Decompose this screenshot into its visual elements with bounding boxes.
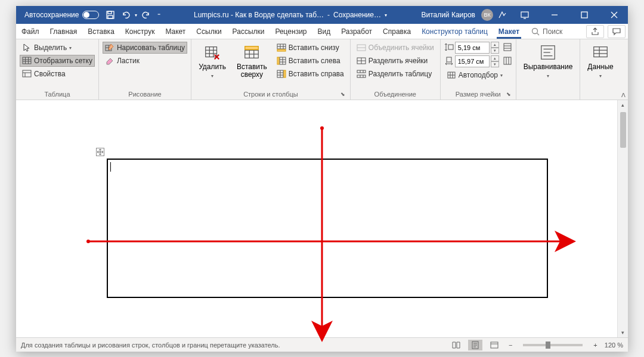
gridlines-button[interactable]: Отобразить сетку bbox=[20, 55, 95, 67]
undo-icon[interactable] bbox=[119, 8, 132, 21]
insert-left-icon bbox=[277, 56, 286, 66]
group-rowscols-label: Строки и столбцы⬊ bbox=[195, 89, 346, 98]
chevron-down-icon: ▾ bbox=[69, 45, 72, 51]
insert-below-button[interactable]: Вставить снизу bbox=[274, 42, 346, 54]
document-area: ▴ ▾ bbox=[16, 100, 628, 337]
table-move-handle[interactable] bbox=[96, 148, 104, 156]
close-button[interactable] bbox=[600, 6, 628, 24]
web-layout-icon[interactable] bbox=[487, 340, 501, 350]
distribute-rows-icon[interactable] bbox=[503, 42, 512, 54]
spin-up-icon[interactable]: ▴ bbox=[491, 42, 499, 48]
row-height-control[interactable]: 5,19 см ▴▾ bbox=[444, 42, 512, 54]
scroll-thumb[interactable] bbox=[620, 112, 626, 148]
zoom-out-button[interactable]: − bbox=[506, 342, 515, 349]
autosave-toggle[interactable] bbox=[82, 11, 99, 19]
tab-help[interactable]: Справка bbox=[377, 24, 416, 39]
svg-rect-54 bbox=[357, 75, 366, 77]
tab-insert[interactable]: Вставка bbox=[82, 24, 120, 39]
text-cursor bbox=[110, 162, 111, 172]
title-bar: Автосохранение ▾ ⁼ Lumpics.ru - Как в Во… bbox=[16, 6, 628, 24]
redo-icon[interactable] bbox=[140, 8, 153, 21]
comments-button[interactable] bbox=[608, 25, 626, 38]
zoom-label[interactable]: 120 % bbox=[605, 342, 623, 349]
user-name[interactable]: Виталий Каиров bbox=[417, 11, 479, 19]
avatar[interactable]: ВК bbox=[481, 9, 493, 21]
spin-down-icon[interactable]: ▾ bbox=[491, 48, 499, 54]
scroll-up-icon[interactable]: ▴ bbox=[618, 100, 628, 110]
dialog-launcher-icon[interactable]: ⬊ bbox=[340, 91, 345, 97]
tab-developer[interactable]: Разработ bbox=[336, 24, 377, 39]
alignment-button[interactable]: Выравнивание ▾ bbox=[520, 42, 577, 81]
split-cells-button[interactable]: Разделить ячейки bbox=[354, 55, 436, 67]
group-cellsize: 5,19 см ▴▾ 15,97 см ▴▾ Автоподбор▾ Разме… bbox=[441, 39, 516, 100]
scroll-down-icon[interactable]: ▾ bbox=[618, 328, 628, 337]
pencil-table-icon bbox=[105, 43, 114, 52]
spin-down-icon[interactable]: ▾ bbox=[491, 61, 499, 67]
split-table-button[interactable]: Разделить таблицу bbox=[354, 68, 436, 80]
distribute-cols-icon[interactable] bbox=[503, 56, 512, 67]
collapse-ribbon-icon[interactable]: ᐱ bbox=[621, 92, 626, 98]
print-layout-icon[interactable] bbox=[468, 340, 482, 350]
insert-left-button[interactable]: Вставить слева bbox=[274, 55, 346, 67]
autofit-button[interactable]: Автоподбор▾ bbox=[444, 69, 512, 81]
data-button[interactable]: Данные ▾ bbox=[584, 42, 617, 81]
col-width-input[interactable]: 15,97 см bbox=[455, 55, 490, 67]
page bbox=[16, 100, 606, 337]
tab-references[interactable]: Ссылки bbox=[191, 24, 227, 39]
undo-dropdown-icon[interactable]: ▾ bbox=[135, 13, 137, 18]
search-box[interactable]: Поиск bbox=[525, 24, 568, 39]
ribbon-options-icon[interactable] bbox=[511, 6, 538, 24]
app-window: Автосохранение ▾ ⁼ Lumpics.ru - Как в Во… bbox=[16, 6, 628, 352]
row-height-icon bbox=[444, 42, 454, 54]
share-button[interactable] bbox=[586, 25, 604, 38]
insert-above-button[interactable]: Вставить сверху bbox=[233, 42, 271, 80]
col-width-control[interactable]: 15,97 см ▴▾ bbox=[444, 55, 512, 67]
row-height-input[interactable]: 5,19 см bbox=[455, 42, 490, 54]
tab-mailings[interactable]: Рассылки bbox=[227, 24, 270, 39]
maximize-button[interactable] bbox=[571, 6, 598, 24]
status-bar: Для создания таблицы и рисования строк, … bbox=[16, 337, 628, 352]
properties-button[interactable]: Свойства bbox=[20, 68, 95, 80]
qat-customize-icon[interactable]: ⁼ bbox=[155, 12, 163, 18]
grid-icon bbox=[22, 56, 32, 66]
tab-design[interactable]: Конструк bbox=[120, 24, 160, 39]
select-button[interactable]: Выделить ▾ bbox=[20, 42, 95, 54]
document-canvas[interactable] bbox=[16, 100, 617, 337]
minimize-button[interactable] bbox=[541, 6, 568, 24]
search-icon bbox=[531, 27, 540, 36]
vertical-scrollbar[interactable]: ▴ ▾ bbox=[617, 100, 628, 337]
tab-layout[interactable]: Макет bbox=[160, 24, 191, 39]
tab-table-design[interactable]: Конструктор таблиц bbox=[416, 24, 493, 39]
document-title: Lumpics.ru - Как в Ворде сделать таб… bbox=[194, 11, 324, 19]
svg-rect-61 bbox=[504, 44, 511, 51]
alignment-icon bbox=[538, 43, 558, 62]
tab-home[interactable]: Главная bbox=[45, 24, 83, 39]
eraser-icon bbox=[105, 56, 114, 66]
zoom-in-button[interactable]: + bbox=[591, 342, 599, 349]
spin-up-icon[interactable]: ▴ bbox=[491, 55, 499, 61]
title-dropdown-icon[interactable]: ▾ bbox=[385, 13, 387, 18]
delete-button[interactable]: Удалить ▾ bbox=[195, 42, 230, 81]
coming-soon-icon[interactable] bbox=[496, 8, 509, 21]
group-draw-label: Рисование bbox=[103, 89, 187, 98]
tab-review[interactable]: Рецензир bbox=[270, 24, 312, 39]
tab-file[interactable]: Файл bbox=[16, 24, 45, 39]
svg-rect-3 bbox=[521, 12, 528, 17]
eraser-button[interactable]: Ластик bbox=[103, 55, 187, 67]
insert-right-button[interactable]: Вставить справа bbox=[274, 68, 346, 80]
tab-view[interactable]: Вид bbox=[312, 24, 336, 39]
table[interactable] bbox=[107, 159, 548, 298]
draw-table-button[interactable]: Нарисовать таблицу bbox=[103, 42, 187, 54]
read-mode-icon[interactable] bbox=[449, 340, 463, 350]
autofit-icon bbox=[447, 70, 456, 80]
group-rowscols: Удалить ▾ Вставить сверху Вставить снизу… bbox=[191, 39, 351, 100]
svg-rect-5 bbox=[581, 12, 587, 18]
dialog-launcher-icon[interactable]: ⬊ bbox=[506, 91, 511, 97]
svg-rect-77 bbox=[594, 47, 608, 57]
group-merge-label: Объединение bbox=[354, 89, 436, 98]
tab-table-layout[interactable]: Макет bbox=[493, 24, 525, 39]
split-cells-icon bbox=[357, 56, 366, 66]
group-draw: Нарисовать таблицу Ластик Рисование bbox=[99, 39, 191, 100]
save-icon[interactable] bbox=[104, 8, 117, 21]
zoom-slider[interactable] bbox=[523, 344, 583, 346]
